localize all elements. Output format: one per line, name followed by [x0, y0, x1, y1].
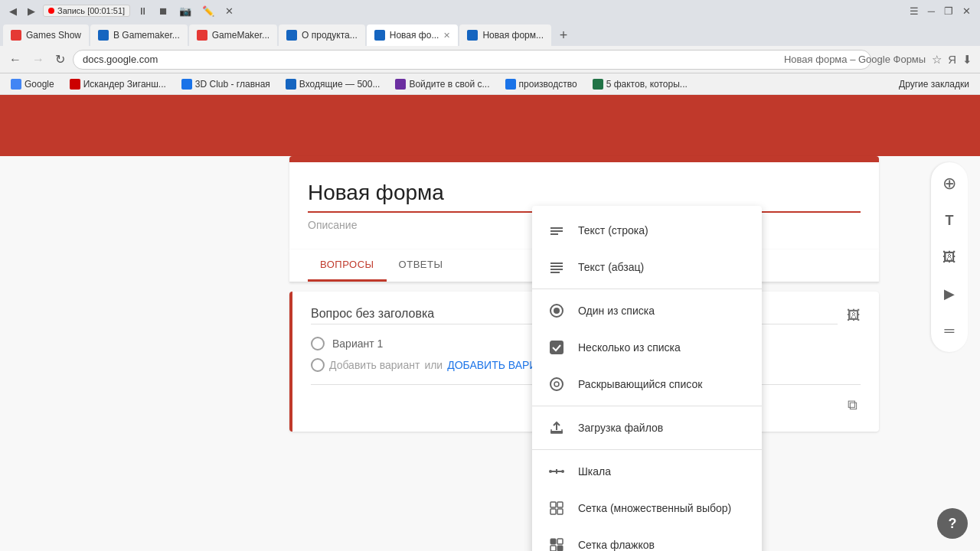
menu-item-scale[interactable]: Шкала	[532, 453, 762, 490]
radio-circle-add	[311, 358, 325, 372]
menu-item-grid-check[interactable]: Сетка флажков	[532, 527, 762, 551]
bookmarks-bar: Google Искандер Зиганш... 3D Club - глав…	[0, 73, 980, 95]
menu-item-radio[interactable]: Один из списка	[532, 292, 762, 329]
bookmark-inbox[interactable]: Входящие — 500...	[281, 77, 385, 91]
tab-gamemaker-2[interactable]: GameMaker...	[189, 24, 277, 46]
tab-questions-label: ВОПРОСЫ	[320, 259, 374, 270]
svg-rect-20	[557, 509, 563, 514]
copy-question-btn[interactable]: ⧉	[844, 394, 861, 416]
tab-answers[interactable]: ОТВЕТЫ	[387, 249, 456, 282]
help-icon: ?	[949, 516, 957, 532]
add-question-btn[interactable]: ⊕	[934, 168, 965, 199]
menu-item-upload[interactable]: Загрузка файлов	[532, 409, 762, 446]
bookmark-facts[interactable]: 5 фактов, которы...	[588, 77, 692, 91]
bookmark-label-3d: 3D Club - главная	[195, 79, 270, 90]
add-option-text[interactable]: Добавить вариант	[329, 359, 420, 371]
svg-rect-19	[550, 509, 556, 514]
minimize-btn[interactable]: ─	[925, 4, 938, 18]
tab-label-6: Новая форм...	[482, 30, 544, 41]
menu-item-dropdown[interactable]: Раскрывающийся список	[532, 366, 762, 403]
yandex-icon[interactable]: Я	[946, 51, 958, 67]
close-recording-btn[interactable]: ✕	[222, 4, 237, 18]
svg-rect-24	[557, 546, 563, 551]
close-btn[interactable]: ✕	[959, 4, 974, 18]
bookmark-favicon-3d	[181, 79, 192, 90]
bookmark-label-facts: 5 фактов, которы...	[606, 79, 688, 90]
other-bookmarks-label: Другие закладки	[899, 79, 969, 90]
screenshot-btn[interactable]: 📷	[176, 4, 194, 18]
svg-point-8	[554, 308, 560, 314]
back-btn[interactable]: ←	[6, 50, 24, 70]
svg-rect-22	[557, 539, 563, 544]
menu-item-checkbox[interactable]: Несколько из списка	[532, 329, 762, 366]
or-separator: или	[424, 359, 443, 371]
add-video-icon: ▶	[944, 285, 955, 302]
svg-rect-21	[550, 539, 556, 544]
bookmark-favicon-inbox	[286, 79, 296, 90]
menu-item-grid-multi[interactable]: Сетка (множественный выбор)	[532, 490, 762, 527]
bookmark-icon[interactable]: ☆	[930, 51, 943, 68]
download-icon[interactable]: ⬇	[961, 51, 974, 68]
add-title-btn[interactable]: T	[934, 205, 965, 236]
grid-check-icon	[547, 536, 566, 551]
edit-btn[interactable]: ✏️	[199, 4, 217, 18]
bookmark-production[interactable]: производство	[501, 77, 582, 91]
stop-btn[interactable]: ⏹	[155, 4, 172, 18]
bookmark-google[interactable]: Google	[6, 77, 59, 91]
add-video-btn[interactable]: ▶	[934, 279, 965, 309]
pause-btn[interactable]: ⏸	[135, 4, 151, 18]
menu-label-grid-multi: Сетка (множественный выбор)	[578, 502, 731, 514]
menu-divider-2	[532, 406, 762, 406]
tab-favicon-3	[197, 30, 207, 41]
forward-btn[interactable]: →	[29, 50, 47, 70]
tab-label-5: Новая фо...	[390, 30, 439, 41]
menu-item-text-para[interactable]: Текст (абзац)	[532, 249, 762, 285]
menu-label-dropdown: Раскрывающийся список	[578, 378, 702, 390]
text-line-icon	[547, 221, 566, 240]
bookmark-favicon-signin	[395, 79, 406, 90]
svg-rect-18	[557, 502, 563, 507]
bookmark-label-iskander: Искандер Зиганш...	[83, 79, 166, 90]
nav-back-btn[interactable]: ◀	[6, 4, 20, 18]
address-bar: ← → ↻ Новая форма – Google Формы ☆ Я ⬇	[0, 46, 980, 73]
bookmark-iskander[interactable]: Искандер Зиганш...	[65, 77, 171, 91]
content-area: Новая форма Описание ВОПРОСЫ ОТВЕТЫ ⠿	[0, 95, 980, 551]
bookmark-label-google: Google	[24, 79, 54, 90]
option-text-1: Вариант 1	[332, 337, 383, 350]
tab-gamemaker-1[interactable]: В Gamemaker...	[90, 24, 188, 46]
add-section-btn[interactable]: ═	[934, 315, 965, 346]
bookmark-label-signin: Войдите в свой с...	[409, 79, 489, 90]
tab-questions[interactable]: ВОПРОСЫ	[308, 249, 387, 282]
restore-btn[interactable]: ❐	[941, 4, 956, 18]
tab-new-form-1[interactable]: Новая фо... ✕	[367, 24, 459, 46]
tab-close-5[interactable]: ✕	[443, 31, 450, 41]
page-title: Новая форма – Google Формы	[784, 54, 926, 65]
tab-favicon-5	[374, 30, 385, 41]
new-tab-btn[interactable]: +	[553, 24, 574, 46]
tab-new-form-2[interactable]: Новая форм...	[459, 24, 551, 46]
address-input[interactable]	[73, 50, 871, 70]
tab-favicon-4	[286, 30, 297, 41]
question-image-btn[interactable]: 🖼	[847, 308, 861, 324]
other-bookmarks[interactable]: Другие закладки	[894, 77, 974, 91]
tab-games-show[interactable]: Games Show	[3, 24, 89, 46]
menu-label-text-line: Текст (строка)	[578, 224, 648, 236]
help-btn[interactable]: ?	[937, 508, 968, 539]
svg-point-11	[554, 382, 559, 386]
add-image-btn[interactable]: 🖼	[934, 242, 965, 272]
svg-point-10	[550, 378, 563, 390]
refresh-btn[interactable]: ↻	[52, 49, 68, 70]
right-sidebar: ⊕ T 🖼 ▶ ═	[931, 162, 968, 352]
bookmark-signin[interactable]: Войдите в свой с...	[390, 77, 494, 91]
left-area	[0, 156, 188, 551]
recording-label: Запись [00:01:51]	[57, 6, 125, 15]
bookmark-3d[interactable]: 3D Club - главная	[177, 77, 275, 91]
bookmark-favicon-facts	[593, 79, 603, 90]
nav-forward-btn[interactable]: ▶	[24, 4, 38, 18]
svg-rect-17	[550, 502, 556, 507]
menu-btn[interactable]: ☰	[906, 4, 922, 18]
radio-circle-1	[311, 337, 325, 350]
menu-item-text-line[interactable]: Текст (строка)	[532, 212, 762, 249]
tab-about[interactable]: О продукта...	[279, 24, 365, 46]
bookmark-label-inbox: Входящие — 500...	[299, 79, 381, 90]
